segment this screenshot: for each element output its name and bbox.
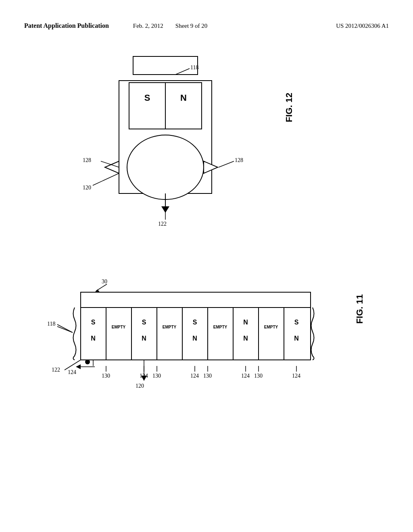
svg-text:128: 128 (83, 157, 91, 163)
svg-text:S: S (144, 93, 150, 103)
svg-text:130: 130 (203, 373, 212, 379)
svg-rect-23 (81, 292, 311, 308)
fig11-diagram: S N EMPTY S N EMPTY S N EMPTY N N EMPTY … (36, 262, 367, 415)
svg-text:120: 120 (83, 185, 91, 191)
svg-text:EMPTY: EMPTY (264, 325, 278, 329)
svg-text:130: 130 (102, 373, 110, 379)
svg-text:118: 118 (190, 64, 198, 71)
svg-text:124: 124 (140, 373, 148, 379)
svg-text:N: N (180, 93, 187, 103)
svg-line-50 (65, 360, 81, 370)
fig12-svg: S N 118 128 128 120 122 (60, 52, 302, 238)
header-sheet: Sheet 9 of 20 (175, 23, 208, 29)
svg-point-75 (85, 360, 90, 364)
svg-text:S: S (294, 319, 299, 326)
svg-text:124: 124 (190, 373, 199, 379)
svg-text:122: 122 (52, 367, 60, 373)
svg-text:N: N (91, 335, 96, 342)
svg-text:122: 122 (158, 221, 167, 227)
svg-text:EMPTY: EMPTY (163, 325, 177, 329)
svg-text:120: 120 (136, 383, 144, 389)
svg-text:130: 130 (152, 373, 161, 379)
svg-text:118: 118 (47, 321, 55, 327)
svg-text:124: 124 (292, 373, 300, 379)
svg-text:128: 128 (235, 157, 243, 163)
header-title: Patent Application Publication (24, 22, 109, 29)
fig11-svg: S N EMPTY S N EMPTY S N EMPTY N N EMPTY … (36, 262, 367, 415)
svg-rect-0 (133, 56, 198, 75)
svg-text:S: S (91, 319, 96, 326)
svg-line-13 (219, 161, 234, 167)
svg-text:EMPTY: EMPTY (112, 325, 126, 329)
svg-text:30: 30 (102, 278, 107, 285)
svg-marker-57 (76, 364, 81, 369)
page-header: Patent Application Publication Feb. 2, 2… (0, 22, 413, 29)
svg-text:N: N (243, 319, 248, 326)
svg-line-14 (93, 173, 119, 185)
fig11-label: FIG. 11 (355, 294, 365, 324)
svg-text:N: N (142, 335, 146, 342)
fig12-diagram: S N 118 128 128 120 122 F (60, 52, 302, 238)
svg-text:N: N (192, 335, 197, 342)
header-patent: US 2012/0026306 A1 (207, 23, 389, 29)
svg-text:124: 124 (68, 369, 76, 375)
svg-text:124: 124 (241, 373, 250, 379)
svg-text:S: S (142, 319, 146, 326)
svg-rect-24 (81, 308, 311, 360)
svg-text:N: N (243, 335, 248, 342)
svg-point-6 (127, 135, 204, 200)
fig12-label: FIG. 12 (284, 93, 294, 122)
svg-line-76 (57, 326, 73, 332)
header-date: Feb. 2, 2012 (133, 23, 163, 29)
svg-text:N: N (294, 335, 299, 342)
svg-text:S: S (193, 319, 197, 326)
svg-text:130: 130 (254, 373, 263, 379)
svg-text:EMPTY: EMPTY (213, 325, 227, 329)
